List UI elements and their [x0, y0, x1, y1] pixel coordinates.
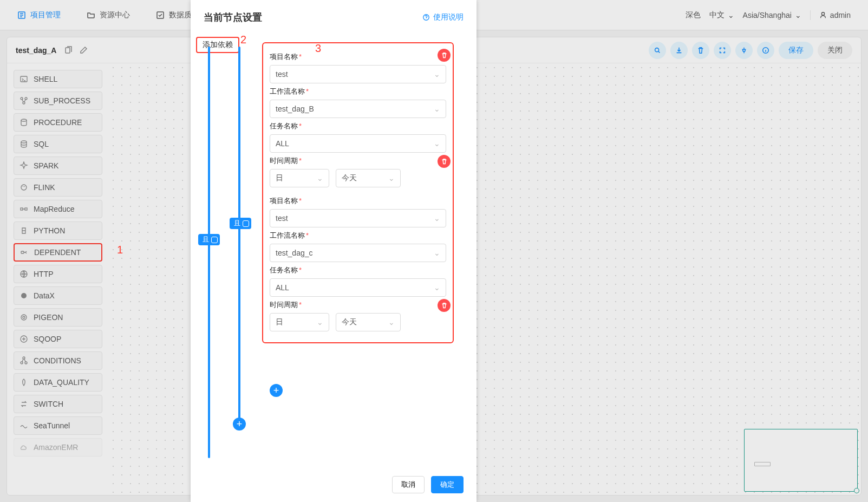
help-icon	[422, 14, 430, 21]
help-label: 使用说明	[433, 12, 464, 22]
node-settings-modal: 当前节点设置 使用说明 添加依赖 且 且 项目名称* test⌄ 工作流名称* …	[191, 0, 477, 30]
help-link[interactable]: 使用说明	[422, 12, 464, 22]
modal-header: 当前节点设置 使用说明	[191, 0, 477, 30]
modal-title: 当前节点设置	[204, 11, 262, 24]
